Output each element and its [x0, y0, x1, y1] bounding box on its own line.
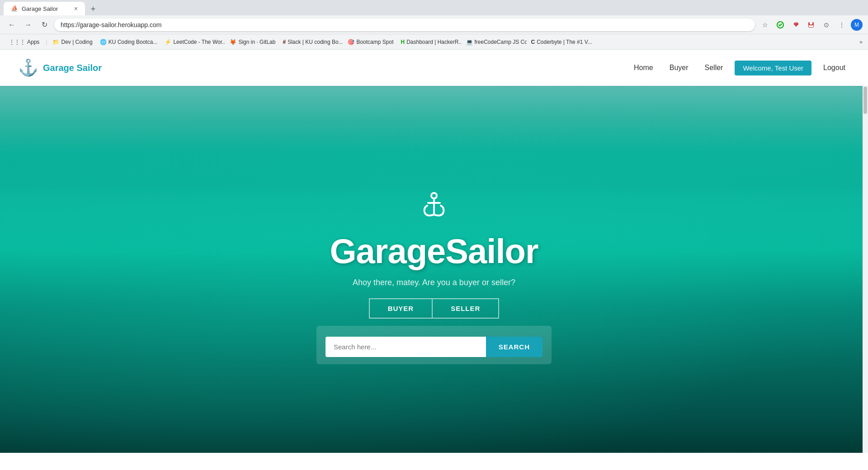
extension-icon[interactable] — [789, 19, 802, 31]
buyer-button[interactable]: BUYER — [369, 298, 432, 319]
search-button[interactable]: SEARCH — [486, 337, 542, 357]
check-extension-icon[interactable] — [774, 19, 787, 31]
address-input[interactable] — [54, 19, 755, 31]
bookmark-item-7[interactable]: 💻 freeCodeCamp JS Co... — [463, 37, 527, 47]
tab-bar: ⛵ Garage Sailor × + — [0, 0, 868, 15]
bookmark-item-5[interactable]: 🎯 Bootcamp Spot — [345, 37, 396, 47]
tab-title: Garage Sailor — [22, 5, 58, 12]
svg-rect-2 — [810, 22, 812, 24]
back-button[interactable]: ← — [5, 19, 18, 31]
tab-favicon: ⛵ — [11, 5, 18, 12]
logo-anchor-icon: ⚓ — [18, 58, 38, 77]
nav-buyer-link[interactable]: Buyer — [665, 61, 693, 75]
svg-point-4 — [431, 193, 437, 198]
nav-home-link[interactable]: Home — [629, 61, 658, 75]
search-input[interactable] — [326, 337, 486, 357]
nav-seller-link[interactable]: Seller — [700, 61, 728, 75]
bookmark-button[interactable]: ☆ — [759, 19, 771, 31]
bookmarks-bar: ⋮⋮⋮ Apps | 📁 Dev | Coding 🌐 KU Coding Bo… — [0, 34, 868, 50]
welcome-user-button[interactable]: Welcome, Test User — [735, 61, 811, 75]
scrollbar-thumb[interactable] — [863, 87, 867, 114]
more-button[interactable]: ⋮ — [835, 19, 848, 31]
bookmark-item-1[interactable]: 🌐 KU Coding Bootca... — [97, 37, 160, 47]
bookmarks-apps-button[interactable]: ⋮⋮⋮ Apps — [5, 37, 43, 47]
hero-content: GarageSailor Ahoy there, matey. Are you … — [316, 188, 552, 364]
search-row: SEARCH — [326, 337, 542, 357]
tab-close-button[interactable]: × — [74, 5, 78, 12]
hero-buttons: BUYER SELLER — [369, 298, 500, 319]
bookmark-item-6[interactable]: H Dashboard | HackerR... — [398, 37, 462, 47]
seller-button[interactable]: SELLER — [432, 298, 499, 319]
bookmark-label-5: Bootcamp Spot — [356, 39, 393, 45]
hero-title: GarageSailor — [330, 231, 538, 271]
search-container: SEARCH — [316, 326, 552, 364]
bookmark-icon-1: 🌐 — [100, 39, 107, 45]
bookmark-icon-3: 🦊 — [230, 39, 236, 45]
webpage: ⚓ Garage Sailor Home Buyer Seller Welcom… — [0, 50, 868, 453]
bookmark-label-7: freeCodeCamp JS Co... — [475, 39, 527, 45]
active-tab[interactable]: ⛵ Garage Sailor × — [4, 2, 85, 15]
bookmark-item-4[interactable]: # Slack | KU coding Bo... — [280, 37, 343, 47]
browser-icons: ☆ ⊙ ⋮ M — [759, 19, 863, 31]
bookmark-label-4: Slack | KU coding Bo... — [288, 39, 343, 45]
hero-subtitle: Ahoy there, matey. Are you a buyer or se… — [353, 278, 515, 287]
bookmark-item-3[interactable]: 🦊 Sign in · GitLab — [227, 37, 278, 47]
site-nav: ⚓ Garage Sailor Home Buyer Seller Welcom… — [0, 50, 868, 86]
refresh-button[interactable]: ↻ — [38, 19, 51, 31]
bookmark-icon-5: 🎯 — [348, 39, 354, 45]
bookmark-item-0[interactable]: 📁 Dev | Coding — [50, 37, 95, 47]
history-icon[interactable]: ⊙ — [820, 19, 833, 31]
bookmark-label-2: LeetCode - The Wor... — [173, 39, 225, 45]
site-logo[interactable]: ⚓ Garage Sailor — [18, 58, 102, 77]
bookmark-label-8: Coderbyte | The #1 V... — [537, 39, 591, 45]
bookmark-icon-4: # — [283, 39, 286, 45]
profile-avatar[interactable]: M — [851, 19, 863, 31]
bookmarks-separator: | — [46, 39, 47, 45]
save-icon[interactable] — [805, 19, 817, 31]
bookmark-item-8[interactable]: C Coderbyte | The #1 V... — [528, 37, 592, 47]
logo-text: Garage Sailor — [43, 63, 102, 73]
bookmark-label-6: Dashboard | HackerR... — [406, 39, 461, 45]
browser-scrollbar[interactable] — [863, 86, 868, 453]
bookmark-icon-2: ⚡ — [165, 39, 171, 45]
site-nav-links: Home Buyer Seller Welcome, Test User Log… — [629, 61, 850, 75]
hero-anchor-icon — [418, 188, 450, 224]
bookmarks-more-button[interactable]: » — [859, 39, 863, 45]
hero-section: GarageSailor Ahoy there, matey. Are you … — [0, 86, 868, 453]
address-bar-row: ← → ↻ ☆ — [0, 15, 868, 34]
bookmark-label-3: Sign in · GitLab — [238, 39, 275, 45]
svg-rect-3 — [809, 25, 813, 27]
bookmark-icon-7: 💻 — [466, 39, 473, 45]
bookmark-label-1: KU Coding Bootca... — [108, 39, 158, 45]
apps-grid-icon: ⋮⋮⋮ — [9, 39, 25, 45]
bookmark-label-0: Dev | Coding — [61, 39, 92, 45]
bookmark-icon-0: 📁 — [52, 39, 59, 45]
new-tab-button[interactable]: + — [87, 3, 99, 15]
forward-button[interactable]: → — [22, 19, 34, 31]
apps-label: Apps — [27, 39, 39, 45]
bookmark-item-2[interactable]: ⚡ LeetCode - The Wor... — [162, 37, 225, 47]
bookmark-icon-8: C — [531, 39, 535, 45]
bookmark-icon-6: H — [401, 39, 405, 45]
browser-chrome: ⛵ Garage Sailor × + ← → ↻ ☆ — [0, 0, 868, 50]
logout-link[interactable]: Logout — [819, 61, 850, 75]
